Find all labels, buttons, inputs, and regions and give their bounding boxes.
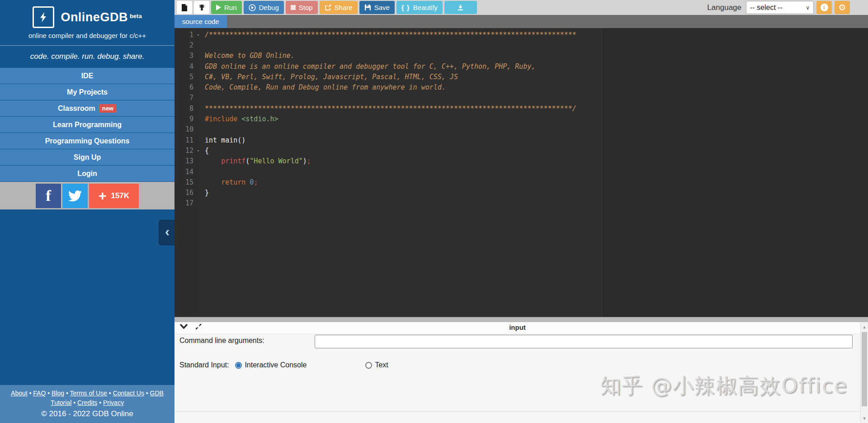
download-icon — [457, 4, 464, 11]
stop-button[interactable]: Stop — [286, 1, 318, 14]
panel-scrollbar[interactable]: ▲ ▼ — [860, 322, 868, 423]
code-line: 5C#, VB, Perl, Swift, Prolog, Javascript… — [175, 71, 868, 82]
sidebar-item-label: IDE — [81, 72, 94, 80]
line-number: 8 — [175, 105, 199, 113]
code-text: #include <stdio.h> — [199, 115, 278, 123]
code-line: 12▾{ — [175, 145, 868, 156]
radio-text[interactable] — [365, 362, 372, 369]
share-button[interactable]: Share — [320, 1, 358, 14]
stop-label: Stop — [299, 4, 313, 11]
sidebar-item-my-projects[interactable]: My Projects — [0, 84, 175, 100]
brand[interactable]: OnlineGDBbeta — [0, 6, 175, 28]
info-button[interactable]: i — [816, 1, 832, 14]
code-line: 6Code, Compile, Run and Debug online fro… — [175, 82, 868, 92]
beta-tag: beta — [130, 13, 142, 19]
save-button[interactable]: Save — [359, 1, 395, 14]
sidebar-collapse-button[interactable]: ‹ — [159, 220, 176, 245]
info-icon: i — [821, 4, 828, 11]
facebook-button[interactable]: f — [36, 184, 61, 208]
footer-link[interactable]: Terms of Use — [70, 390, 107, 397]
open-project-button[interactable] — [194, 1, 209, 14]
tab-bar: source code — [175, 15, 868, 28]
line-number: 5 — [175, 73, 199, 81]
twitter-icon — [68, 189, 82, 203]
brand-title: OnlineGDBbeta — [61, 10, 142, 24]
sidebar-item-learn-programming[interactable]: Learn Programming — [0, 117, 175, 133]
line-number: 9 — [175, 115, 199, 123]
tab-source-code[interactable]: source code — [175, 15, 227, 28]
footer-link[interactable]: Privacy — [103, 399, 124, 406]
cmd-args-input[interactable] — [315, 335, 853, 348]
download-button[interactable] — [444, 1, 477, 14]
footer-links: About • FAQ • Blog • Terms of Use • Cont… — [5, 389, 170, 408]
cmd-args-label: Command line arguments: — [179, 337, 264, 345]
line-number: 13 — [175, 157, 199, 165]
run-label: Run — [224, 4, 237, 11]
sidebar-item-login[interactable]: Login — [0, 166, 175, 182]
scrollbar-thumb[interactable] — [862, 332, 867, 406]
stdin-label: Standard Input: — [179, 361, 229, 369]
panel-resize-handle[interactable] — [175, 317, 868, 322]
toolbar: Run Debug Stop Share Save { } Beautify — [175, 0, 868, 15]
chevron-left-icon: ‹ — [165, 225, 170, 238]
watermark: 知乎 @小辣椒高效Office — [600, 372, 848, 400]
share-icon — [325, 4, 331, 11]
new-file-button[interactable] — [177, 1, 192, 14]
fold-caret-icon[interactable]: ▾ — [197, 33, 199, 37]
new-file-icon — [181, 4, 188, 12]
app-name: OnlineGDB — [61, 10, 128, 24]
settings-button[interactable]: ⚙ — [835, 1, 850, 14]
footer-link[interactable]: Credits — [77, 399, 97, 406]
new-badge: new — [99, 104, 117, 113]
code-line: 16} — [175, 187, 868, 198]
code-text: Welcome to GDB Online. — [199, 52, 295, 60]
code-editor[interactable]: 1▾/*************************************… — [175, 28, 868, 317]
code-text: C#, VB, Perl, Swift, Prolog, Javascript,… — [199, 73, 458, 81]
language-select[interactable]: -- select -- ∨ — [746, 1, 814, 14]
sidebar-item-sign-up[interactable]: Sign Up — [0, 149, 175, 166]
footer-link[interactable]: Contact Us — [113, 390, 144, 397]
line-number: 14 — [175, 168, 199, 176]
sidebar-menu: IDEMy ProjectsClassroomnewLearn Programm… — [0, 68, 175, 182]
scroll-up-icon[interactable]: ▲ — [861, 323, 868, 331]
separator: • — [46, 390, 52, 397]
sidebar-item-label: Classroom — [58, 105, 95, 113]
code-text: { — [199, 147, 209, 155]
code-text: ****************************************… — [199, 105, 576, 113]
scroll-down-icon[interactable]: ▼ — [861, 414, 868, 422]
code-text: Code, Compile, Run and Debug online from… — [199, 83, 446, 91]
run-icon — [216, 5, 221, 10]
beautify-button[interactable]: { } Beautify — [396, 1, 443, 14]
radio-interactive-console[interactable] — [235, 362, 242, 369]
run-button[interactable]: Run — [211, 1, 242, 14]
sidebar-item-label: Programming Questions — [45, 137, 130, 145]
radio-text-label: Text — [375, 361, 388, 369]
twitter-button[interactable] — [62, 184, 88, 208]
code-text: int main() — [199, 136, 245, 144]
sidebar-item-ide[interactable]: IDE — [0, 68, 175, 84]
sidebar-item-programming-questions[interactable]: Programming Questions — [0, 133, 175, 149]
facebook-icon: f — [46, 187, 51, 204]
footer-link[interactable]: FAQ — [33, 390, 46, 397]
debug-button[interactable]: Debug — [244, 1, 284, 14]
stop-icon — [291, 5, 296, 10]
code-text: return 0; — [199, 178, 258, 186]
footer-link[interactable]: About — [11, 390, 28, 397]
code-line: 11int main() — [175, 135, 868, 145]
fold-caret-icon[interactable]: ▾ — [197, 148, 199, 153]
save-icon — [364, 4, 371, 11]
code-line: 9#include <stdio.h> — [175, 114, 868, 124]
footer-link[interactable]: Blog — [52, 390, 64, 397]
sidebar-item-label: Sign Up — [74, 153, 101, 162]
line-number: 1▾ — [175, 31, 199, 39]
addthis-share-button[interactable]: + 157K — [89, 184, 139, 208]
input-panel: input Command line arguments: Standard I… — [175, 322, 868, 423]
sidebar-item-classroom[interactable]: Classroomnew — [0, 100, 175, 117]
code-text: GDB online is an online compiler and deb… — [199, 62, 536, 71]
code-line: 10 — [175, 124, 868, 135]
gear-icon: ⚙ — [838, 3, 846, 12]
beautify-label: Beautify — [413, 4, 438, 11]
code-text: printf("Hello World"); — [199, 157, 311, 165]
line-number: 3 — [175, 52, 199, 60]
line-number: 12▾ — [175, 147, 199, 155]
